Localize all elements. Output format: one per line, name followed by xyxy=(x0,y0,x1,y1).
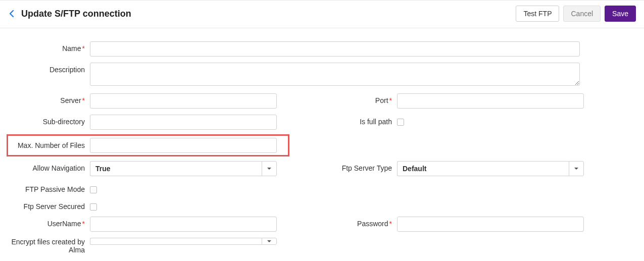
save-button[interactable]: Save xyxy=(605,6,636,22)
back-icon[interactable] xyxy=(8,10,16,18)
row-encrypt-files: Encrypt files created by Alma xyxy=(0,235,277,257)
ftp-passive-mode-checkbox[interactable] xyxy=(90,186,97,193)
label-server: Server* xyxy=(0,93,90,105)
label-description: Description xyxy=(0,63,90,74)
page-title: Update S/FTP connection xyxy=(21,9,131,19)
server-input[interactable] xyxy=(90,93,277,109)
row-sub-directory: Sub-directory xyxy=(0,112,277,133)
row-password: Password* xyxy=(277,214,584,235)
label-ftp-passive-mode: FTP Passive Mode xyxy=(0,182,90,193)
ftp-server-secured-checkbox[interactable] xyxy=(90,203,97,211)
row-port: Port* xyxy=(277,90,584,112)
row-allow-navigation: Allow Navigation True xyxy=(0,158,277,179)
encrypt-files-select[interactable] xyxy=(90,238,277,245)
row-server: Server* xyxy=(0,90,277,112)
required-icon: * xyxy=(389,96,392,105)
required-icon: * xyxy=(82,220,85,228)
label-username: UserName* xyxy=(0,217,90,228)
page-header: Update S/FTP connection Test FTP Cancel … xyxy=(0,0,644,28)
is-full-path-checkbox[interactable] xyxy=(397,119,404,126)
name-input[interactable] xyxy=(90,41,580,57)
ftp-server-type-select[interactable]: Default xyxy=(397,161,584,176)
label-ftp-server-secured: Ftp Server Secured xyxy=(0,199,90,211)
required-icon: * xyxy=(82,44,85,53)
cancel-button[interactable]: Cancel xyxy=(563,6,601,22)
sub-directory-input[interactable] xyxy=(90,115,277,130)
chevron-down-icon[interactable] xyxy=(262,238,277,245)
ftp-server-type-value: Default xyxy=(397,161,569,176)
row-ftp-server-secured: Ftp Server Secured xyxy=(0,196,277,214)
password-input[interactable] xyxy=(397,217,584,232)
encrypt-files-value xyxy=(90,238,262,245)
row-max-files-highlighted: Max. Number of Files xyxy=(7,134,289,156)
label-allow-navigation: Allow Navigation xyxy=(0,161,90,172)
label-sub-directory: Sub-directory xyxy=(0,115,90,126)
allow-navigation-value: True xyxy=(90,161,262,176)
required-icon: * xyxy=(82,96,85,105)
label-port: Port* xyxy=(281,93,397,105)
row-ftp-passive-mode: FTP Passive Mode xyxy=(0,179,277,196)
row-ftp-server-type: Ftp Server Type Default xyxy=(277,158,584,179)
chevron-down-icon[interactable] xyxy=(569,161,584,176)
test-ftp-button[interactable]: Test FTP xyxy=(516,6,559,22)
row-name: Name* xyxy=(0,38,644,60)
form: Name* Description Server* Port* Sub-dire… xyxy=(0,28,644,261)
port-input[interactable] xyxy=(397,93,584,109)
label-ftp-server-type: Ftp Server Type xyxy=(281,161,397,172)
header-left: Update S/FTP connection xyxy=(8,9,131,19)
header-actions: Test FTP Cancel Save xyxy=(516,6,636,22)
label-name: Name* xyxy=(0,41,90,53)
label-password: Password* xyxy=(281,217,397,228)
row-description: Description xyxy=(0,60,644,90)
username-input[interactable] xyxy=(90,217,277,232)
required-icon: * xyxy=(389,220,392,228)
allow-navigation-select[interactable]: True xyxy=(90,161,277,176)
label-encrypt-files: Encrypt files created by Alma xyxy=(0,238,90,254)
row-username: UserName* xyxy=(0,214,277,235)
label-max-files: Max. Number of Files xyxy=(8,141,90,149)
label-is-full-path: Is full path xyxy=(281,115,397,126)
row-is-full-path: Is full path xyxy=(277,112,584,133)
description-textarea[interactable] xyxy=(90,63,580,86)
chevron-down-icon[interactable] xyxy=(262,161,277,176)
max-files-input[interactable] xyxy=(90,138,277,153)
